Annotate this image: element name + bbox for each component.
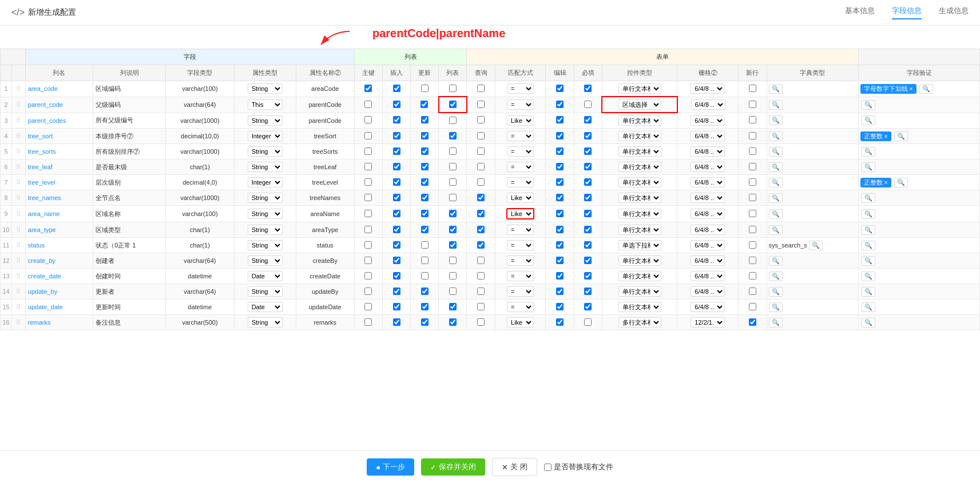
col-dict-type[interactable]: 🔍	[767, 81, 859, 97]
col-update[interactable]	[411, 222, 439, 238]
dict-search-button[interactable]: 🔍	[769, 162, 783, 172]
col-ctrl[interactable]: 单行文本框多行文本框单选下拉框多选下拉框区域选择日期选择	[602, 97, 677, 113]
ctrl-select[interactable]: 单行文本框多行文本框单选下拉框多选下拉框区域选择日期选择	[618, 177, 661, 187]
dict-search-button[interactable]: 🔍	[769, 287, 783, 297]
col-pk[interactable]	[354, 144, 382, 159]
grid-select[interactable]: 6/4/8 ...	[691, 302, 725, 312]
newrow-checkbox[interactable]	[749, 147, 756, 155]
validate-search-button[interactable]: 🔍	[862, 209, 875, 219]
col-ctrl[interactable]: 单行文本框多行文本框单选下拉框多选下拉框区域选择日期选择	[602, 300, 677, 315]
update-checkbox[interactable]	[421, 116, 428, 123]
col-attr-type[interactable]: StringIntegerDateThis	[234, 284, 296, 300]
col-required[interactable]	[574, 315, 602, 330]
grid-select[interactable]: 6/4/8 ...	[691, 131, 725, 141]
pk-checkbox[interactable]	[364, 272, 372, 280]
ctrl-select[interactable]: 单行文本框多行文本框单选下拉框多选下拉框区域选择日期选择	[618, 240, 661, 250]
list-checkbox[interactable]	[449, 318, 457, 326]
col-pk[interactable]	[354, 113, 382, 129]
col-query[interactable]	[467, 238, 495, 253]
pk-checkbox[interactable]	[364, 318, 372, 326]
drag-handle[interactable]: ⠿	[12, 113, 26, 129]
list-checkbox[interactable]	[449, 101, 457, 108]
col-update[interactable]	[411, 175, 439, 190]
col-match[interactable]: =Like>=<=!=	[495, 97, 546, 113]
required-checkbox[interactable]	[584, 132, 592, 139]
query-checkbox[interactable]	[477, 132, 485, 139]
list-checkbox[interactable]	[449, 85, 457, 92]
col-list[interactable]	[439, 238, 467, 253]
col-match[interactable]: =Like>=<=!=	[495, 238, 546, 253]
col-dict-type[interactable]: sys_search_s 🔍	[767, 238, 859, 253]
insert-checkbox[interactable]	[393, 272, 400, 280]
col-newrow[interactable]	[739, 159, 767, 175]
newrow-checkbox[interactable]	[749, 116, 756, 123]
col-edit[interactable]	[546, 315, 574, 330]
update-checkbox[interactable]	[421, 272, 428, 280]
dict-search-button[interactable]: 🔍	[809, 241, 823, 250]
col-attr-type[interactable]: StringIntegerDateThis	[234, 97, 296, 113]
col-match[interactable]: =Like>=<=!=	[495, 113, 546, 129]
col-validate[interactable]: 🔍	[859, 222, 980, 238]
col-newrow[interactable]	[739, 269, 767, 284]
col-pk[interactable]	[354, 206, 382, 222]
col-list[interactable]	[439, 97, 467, 113]
col-insert[interactable]	[383, 284, 411, 300]
col-match[interactable]: =Like>=<=!=	[495, 222, 546, 238]
col-query[interactable]	[467, 129, 495, 144]
newrow-checkbox[interactable]	[749, 85, 756, 92]
list-checkbox[interactable]	[449, 226, 457, 233]
pk-checkbox[interactable]	[364, 147, 372, 155]
insert-checkbox[interactable]	[393, 318, 400, 326]
attr-type-select[interactable]: StringIntegerDateThis	[248, 99, 283, 110]
col-list[interactable]	[439, 144, 467, 159]
update-checkbox[interactable]	[421, 288, 428, 295]
col-newrow[interactable]	[739, 300, 767, 315]
col-validate[interactable]: 正整数× 🔍	[859, 175, 980, 190]
col-validate[interactable]: 🔍	[859, 253, 980, 269]
col-attr-type[interactable]: StringIntegerDateThis	[234, 129, 296, 144]
grid-select[interactable]: 12/2/1...	[691, 317, 725, 328]
pk-checkbox[interactable]	[364, 101, 372, 108]
match-select[interactable]: =Like>=<=!=	[507, 99, 534, 110]
col-attr-type[interactable]: StringIntegerDateThis	[234, 253, 296, 269]
col-grid[interactable]: 6/4/8 ...	[677, 238, 739, 253]
col-query[interactable]	[467, 315, 495, 330]
col-insert[interactable]	[383, 206, 411, 222]
col-required[interactable]	[574, 81, 602, 97]
col-insert[interactable]	[383, 175, 411, 190]
drag-handle[interactable]: ⠿	[12, 206, 26, 222]
pk-checkbox[interactable]	[364, 116, 372, 123]
col-query[interactable]	[467, 144, 495, 159]
query-checkbox[interactable]	[477, 210, 485, 217]
attr-type-select[interactable]: StringIntegerDateThis	[248, 225, 283, 235]
validate-search-button[interactable]: 🔍	[894, 178, 908, 187]
col-pk[interactable]	[354, 175, 382, 190]
drag-handle[interactable]: ⠿	[12, 190, 26, 206]
newrow-checkbox[interactable]	[749, 101, 756, 108]
edit-checkbox[interactable]	[556, 116, 564, 123]
col-newrow[interactable]	[739, 315, 767, 330]
col-match[interactable]: =Like>=<=!=	[495, 300, 546, 315]
list-checkbox[interactable]	[449, 117, 457, 124]
newrow-checkbox[interactable]	[749, 272, 756, 280]
col-edit[interactable]	[546, 175, 574, 190]
col-validate[interactable]: 🔍	[859, 206, 980, 222]
ctrl-select[interactable]: 单行文本框多行文本框单选下拉框多选下拉框区域选择日期选择	[618, 162, 661, 172]
col-grid[interactable]: 6/4/8 ...	[677, 129, 739, 144]
col-edit[interactable]	[546, 238, 574, 253]
col-grid[interactable]: 6/4/8 ...	[677, 284, 739, 300]
col-grid[interactable]: 6/4/8 ...	[677, 81, 739, 97]
col-attr-type[interactable]: StringIntegerDateThis	[234, 315, 296, 330]
col-validate[interactable]: 字母数字下划线× 🔍	[859, 81, 980, 97]
col-update[interactable]	[411, 269, 439, 284]
insert-checkbox[interactable]	[393, 178, 400, 186]
update-checkbox[interactable]	[421, 257, 428, 264]
col-match[interactable]: =Like>=<=!=	[495, 129, 546, 144]
insert-checkbox[interactable]	[393, 85, 400, 92]
query-checkbox[interactable]	[477, 318, 485, 326]
required-checkbox[interactable]	[584, 116, 592, 123]
list-checkbox[interactable]	[449, 241, 457, 249]
list-checkbox[interactable]	[449, 288, 457, 295]
drag-handle[interactable]: ⠿	[12, 175, 26, 190]
col-dict-type[interactable]: 🔍	[767, 113, 859, 129]
